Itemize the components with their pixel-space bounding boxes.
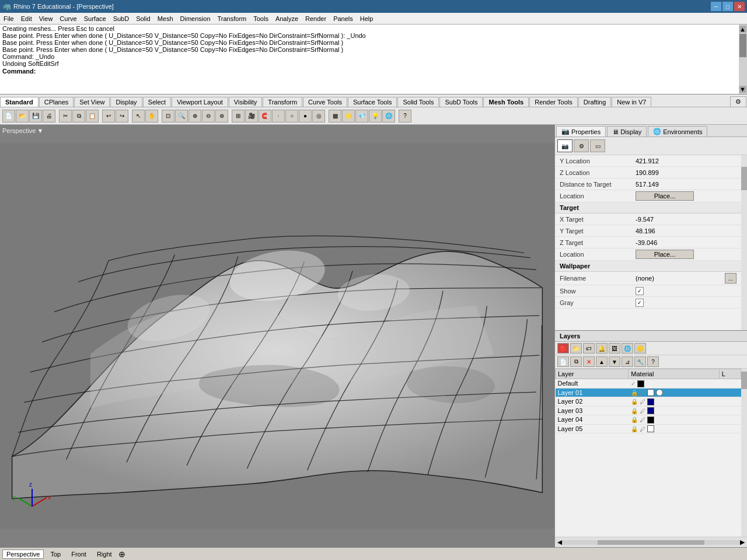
menu-surface[interactable]: Surface bbox=[81, 15, 110, 22]
layers-scroll-left[interactable]: ◀ bbox=[557, 538, 562, 546]
layer-tb-down[interactable]: ▼ bbox=[609, 356, 620, 367]
menu-transform[interactable]: Transform bbox=[214, 15, 250, 22]
maximize-button[interactable]: □ bbox=[722, 2, 733, 11]
view-icon-rect[interactable]: ▭ bbox=[590, 139, 605, 152]
tb-env[interactable]: 🌐 bbox=[382, 110, 395, 123]
tb-mat[interactable]: 💎 bbox=[355, 110, 368, 123]
vp-tab-add-icon[interactable]: ⊕ bbox=[118, 550, 125, 559]
layer-tb-copy[interactable]: ⧉ bbox=[570, 356, 582, 367]
menu-subd[interactable]: SubD bbox=[110, 15, 133, 22]
tab-render-tools[interactable]: Render Tools bbox=[529, 97, 578, 107]
tb-zoom-window[interactable]: 🔍 bbox=[175, 110, 188, 123]
target-place-button[interactable]: Place... bbox=[636, 250, 694, 259]
tab-cplanes[interactable]: CPlanes bbox=[39, 97, 74, 107]
tb-mesh[interactable]: ▦ bbox=[329, 110, 341, 123]
tb-cut[interactable]: ✂ bbox=[59, 110, 72, 123]
view-icon-camera[interactable]: 📷 bbox=[557, 139, 573, 152]
tb-points[interactable]: · bbox=[272, 110, 285, 123]
layer-row-04[interactable]: Layer 04 🔒🖊 bbox=[556, 415, 741, 425]
tb-select[interactable]: ↖ bbox=[132, 110, 145, 123]
tb-light[interactable]: 💡 bbox=[369, 110, 382, 123]
props-scrollbar[interactable] bbox=[741, 155, 747, 330]
tb-torus[interactable]: ◎ bbox=[312, 110, 325, 123]
tb-print[interactable]: 🖨 bbox=[43, 110, 55, 123]
tb-zoom-extents[interactable]: ⊡ bbox=[162, 110, 174, 123]
layer-row-02[interactable]: Layer 02 🔒🖊 bbox=[556, 397, 741, 407]
layers-scrollbar[interactable] bbox=[741, 369, 747, 537]
view-icon-settings[interactable]: ⚙ bbox=[574, 139, 589, 152]
tab-environments[interactable]: 🌐 Environments bbox=[648, 126, 707, 136]
layer-row-03[interactable]: Layer 03 🔒🖊 bbox=[556, 406, 741, 415]
tab-settings-icon[interactable]: ⚙ bbox=[730, 96, 746, 107]
tb-redo[interactable]: ↪ bbox=[116, 110, 128, 123]
location-place-button[interactable]: Place... bbox=[636, 191, 694, 201]
tb-paste[interactable]: 📋 bbox=[86, 110, 99, 123]
tab-surface-tools[interactable]: Surface Tools bbox=[348, 97, 397, 107]
tab-mesh-tools[interactable]: Mesh Tools bbox=[483, 97, 529, 107]
vp-tab-right[interactable]: Right bbox=[93, 550, 116, 559]
menu-panels[interactable]: Panels bbox=[330, 15, 357, 22]
menu-dimension[interactable]: Dimension bbox=[177, 15, 214, 22]
menu-help[interactable]: Help bbox=[357, 15, 377, 22]
menu-analyze[interactable]: Analyze bbox=[272, 15, 302, 22]
tb-viewport-layout[interactable]: ⊞ bbox=[232, 110, 245, 123]
tab-drafting[interactable]: Drafting bbox=[578, 97, 612, 107]
viewport-dropdown-icon[interactable]: ▼ bbox=[37, 127, 43, 134]
layer-row-05[interactable]: Layer 05 🔒🖊 bbox=[556, 424, 741, 433]
vp-tab-front[interactable]: Front bbox=[67, 550, 90, 559]
tb-snap[interactable]: 🧲 bbox=[259, 110, 271, 123]
tb-pan[interactable]: ✋ bbox=[145, 110, 158, 123]
layer-tb-coin[interactable]: 🪙 bbox=[634, 343, 646, 354]
cmd-input[interactable] bbox=[36, 67, 736, 75]
layer-tb-up[interactable]: ▲ bbox=[596, 356, 608, 367]
layer-tb-bell[interactable]: 🔔 bbox=[596, 343, 608, 354]
menu-edit[interactable]: Edit bbox=[18, 15, 36, 22]
tb-undo[interactable]: ↩ bbox=[102, 110, 115, 123]
tb-copy[interactable]: ⧉ bbox=[72, 110, 85, 123]
tab-curve-tools[interactable]: Curve Tools bbox=[303, 97, 347, 107]
minimize-button[interactable]: ─ bbox=[711, 2, 721, 11]
menu-render[interactable]: Render bbox=[302, 15, 330, 22]
menu-solid[interactable]: Solid bbox=[132, 15, 153, 22]
cmd-scroll-up[interactable]: ▲ bbox=[739, 26, 746, 33]
tb-circle[interactable]: ○ bbox=[285, 110, 298, 123]
tb-save[interactable]: 💾 bbox=[29, 110, 42, 123]
gray-checkbox[interactable]: ✓ bbox=[636, 299, 644, 307]
close-button[interactable]: ✕ bbox=[734, 2, 745, 11]
tb-help[interactable]: ? bbox=[399, 110, 411, 123]
filename-browse-button[interactable]: ... bbox=[725, 273, 736, 284]
tab-standard[interactable]: Standard bbox=[0, 97, 39, 107]
tab-display[interactable]: Display bbox=[110, 97, 142, 107]
layers-scroll-right[interactable]: ▶ bbox=[740, 538, 745, 546]
layer-tb-globe[interactable]: 🌐 bbox=[622, 343, 633, 354]
layer-tb-help[interactable]: ? bbox=[647, 356, 659, 367]
menu-file[interactable]: File bbox=[0, 15, 18, 22]
tab-visibility[interactable]: Visibility bbox=[229, 97, 263, 107]
layer-tb-color[interactable]: 🔴 bbox=[557, 343, 569, 354]
tab-solid-tools[interactable]: Solid Tools bbox=[397, 97, 439, 107]
tab-select[interactable]: Select bbox=[143, 97, 172, 107]
tab-properties[interactable]: 📷 Properties bbox=[556, 126, 606, 136]
menu-curve[interactable]: Curve bbox=[56, 15, 80, 22]
layer-row-01[interactable]: Layer 01 🔒🖊 bbox=[556, 388, 741, 397]
layer-tb-filter[interactable]: ⊿ bbox=[622, 356, 633, 367]
viewport-container[interactable]: Perspective ▼ bbox=[0, 125, 554, 547]
tb-zoom-out[interactable]: ⊖ bbox=[202, 110, 215, 123]
tb-sphere[interactable]: ● bbox=[299, 110, 312, 123]
layer-tb-delete[interactable]: ✕ bbox=[583, 356, 595, 367]
tab-new-v7[interactable]: New in V7 bbox=[612, 97, 651, 107]
tab-subd-tools[interactable]: SubD Tools bbox=[439, 97, 483, 107]
menu-view[interactable]: View bbox=[36, 15, 57, 22]
show-checkbox[interactable]: ✓ bbox=[636, 287, 644, 295]
tab-transform[interactable]: Transform bbox=[263, 97, 302, 107]
tb-render[interactable]: 🌟 bbox=[342, 110, 355, 123]
menu-mesh[interactable]: Mesh bbox=[154, 15, 177, 22]
vp-tab-perspective[interactable]: Perspective bbox=[2, 550, 44, 559]
tab-viewport-layout[interactable]: Viewport Layout bbox=[172, 97, 228, 107]
cmd-scroll-down[interactable]: ▼ bbox=[739, 86, 746, 93]
tab-display[interactable]: 🖥 Display bbox=[607, 126, 647, 136]
tb-new[interactable]: 📄 bbox=[2, 110, 15, 123]
layer-tb-image[interactable]: 🖼 bbox=[609, 343, 620, 354]
tb-zoom-in[interactable]: ⊕ bbox=[189, 110, 201, 123]
tab-setview[interactable]: Set View bbox=[74, 97, 110, 107]
